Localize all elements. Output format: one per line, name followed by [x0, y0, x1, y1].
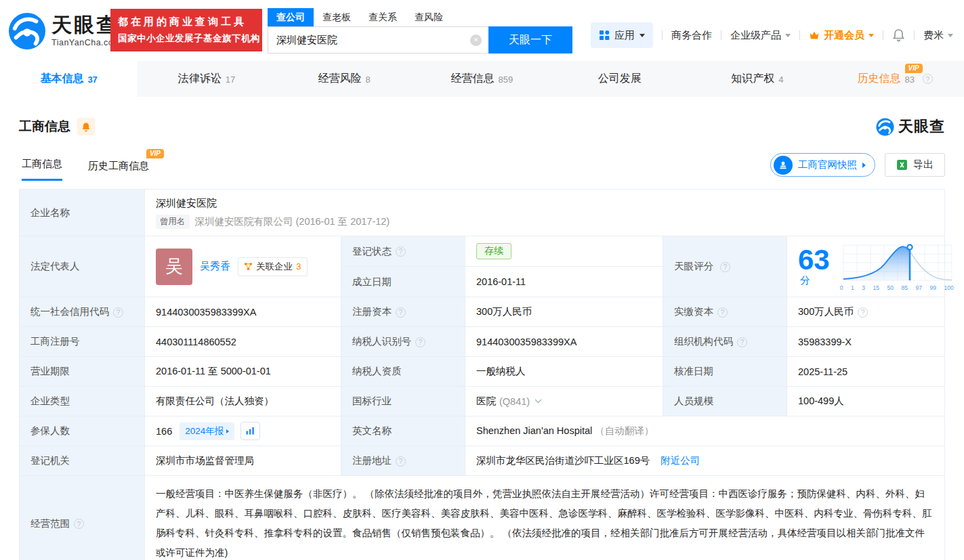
tab-count: 17 — [226, 74, 235, 85]
help-icon[interactable] — [396, 456, 406, 467]
chevron-down-icon[interactable] — [535, 399, 542, 404]
staff-size-value: 100-499人 — [787, 387, 945, 416]
tianyancha-logo-icon — [8, 12, 46, 50]
brand-logo[interactable]: 天眼查 TianYanCha.com — [8, 12, 121, 50]
registry-value: 深圳市市场监督管理局 — [145, 446, 341, 476]
tianyan-score: 63分 — [798, 242, 939, 291]
legal-rep-avatar[interactable]: 吴 — [156, 249, 192, 285]
legal-rep-link[interactable]: 吴秀香 — [200, 260, 230, 273]
field-label: 登记机关 — [20, 446, 145, 476]
search-button[interactable]: 天眼一下 — [488, 26, 572, 53]
table-row: 营业期限 2016-01-11 至 5000-01-01 纳税人资质 一般纳税人… — [20, 357, 945, 387]
business-cooperation-link[interactable]: 商务合作 — [671, 29, 712, 42]
divider — [799, 30, 800, 40]
insured-trend-button[interactable] — [240, 422, 260, 440]
field-label: 纳税人识别号 — [341, 327, 465, 357]
taxpayer-quality-value: 一般纳税人 — [465, 357, 663, 387]
company-type-value: 有限责任公司（法人独资） — [145, 387, 341, 416]
export-button[interactable]: 导出 — [885, 153, 945, 177]
table-row-legal-rep: 法定代表人 吴 吴秀香 关联企业 3 — [20, 236, 945, 297]
help-icon[interactable] — [396, 246, 406, 257]
field-label: 登记状态 — [341, 236, 465, 266]
chevron-down-icon — [785, 34, 791, 37]
main-content: 工商信息 天眼查 工商信息 VIP 历史工商信息 — [0, 116, 964, 560]
monitor-bell-button[interactable] — [77, 118, 95, 135]
company-name: 深圳健安医院 — [156, 197, 934, 210]
search-tab-company[interactable]: 查公司 — [268, 8, 314, 26]
excel-icon — [896, 159, 908, 171]
table-row: 工商注册号 440301114860552 纳税人识别号 91440300359… — [20, 327, 945, 357]
search-input[interactable] — [268, 27, 488, 53]
taxpayer-id-value: 9144030035983399XA — [465, 327, 663, 357]
search-tab-boss[interactable]: 查老板 — [314, 8, 360, 26]
tab-basic-info[interactable]: 基本信息 37 — [0, 61, 138, 97]
field-label: 实缴资本 — [663, 297, 787, 327]
open-vip-menu[interactable]: 开通会员 — [809, 29, 874, 42]
crown-icon — [809, 30, 820, 40]
score-unit: 分 — [800, 274, 810, 286]
reg-capital-value: 300万人民币 — [465, 297, 663, 327]
tab-count: 4 — [778, 74, 783, 85]
top-menu: 应用 商务合作 企业级产品 开通会员 费米 — [591, 22, 953, 48]
org-code-value: 35983399-X — [787, 327, 945, 357]
search-tabs: 查公司 查老板 查关系 查风险 — [268, 8, 572, 26]
page-title: 工商信息 — [19, 118, 70, 135]
table-row-company-name: 企业名称 深圳健安医院 曾用名 深圳健安医院有限公司 (2016-01 至 20… — [20, 190, 945, 236]
official-snapshot-button[interactable]: 工商官网快照 — [770, 153, 875, 177]
enterprise-products-menu[interactable]: 企业级产品 — [730, 29, 791, 42]
section-nav: 基本信息 37 法律诉讼 17 经营风险 8 经营信息 859 公司发展 知识产… — [0, 61, 964, 97]
help-icon[interactable] — [720, 262, 730, 272]
notifications-button[interactable] — [892, 28, 905, 42]
help-icon[interactable] — [74, 519, 84, 529]
search-tab-relation[interactable]: 查关系 — [360, 8, 406, 26]
divider — [883, 30, 883, 40]
user-account-menu[interactable]: 费米 — [923, 29, 953, 42]
field-label: 国标行业 — [341, 387, 465, 416]
org-chart-icon — [244, 262, 253, 271]
annual-report-badge[interactable]: 2024年报 — [180, 423, 234, 440]
vip-badge: VIP — [905, 64, 923, 73]
help-icon[interactable] — [113, 307, 123, 318]
field-label: 注册地址 — [341, 446, 465, 476]
stamp-icon — [774, 156, 793, 175]
related-companies-badge[interactable]: 关联企业 3 — [238, 257, 308, 276]
field-label: 天眼评分 — [663, 236, 787, 297]
slogan-line-2: 国家中小企业发展子基金旗下机构 — [118, 33, 255, 45]
subtab-business-info[interactable]: 工商信息 — [22, 158, 62, 181]
nearby-companies-link[interactable]: 附近公司 — [661, 455, 700, 466]
field-label: 英文名称 — [341, 416, 465, 446]
tianyancha-logo-icon — [876, 118, 894, 136]
tab-business-info[interactable]: 经营信息 859 — [413, 61, 551, 97]
score-distribution-chart: 01 315 5085 9799 100 — [839, 242, 955, 291]
help-icon[interactable] — [396, 307, 406, 318]
clear-search-icon[interactable] — [470, 35, 482, 46]
tab-operating-risk[interactable]: 经营风险 8 — [276, 61, 413, 97]
search-input-wrap — [268, 26, 488, 53]
tab-legal-proceedings[interactable]: 法律诉讼 17 — [138, 61, 275, 97]
tab-company-development[interactable]: 公司发展 — [551, 61, 688, 97]
help-icon[interactable] — [415, 337, 425, 347]
field-label: 法定代表人 — [20, 236, 145, 297]
business-term-value: 2016-01-11 至 5000-01-01 — [145, 357, 341, 387]
industry-code: (Q841) — [499, 396, 530, 407]
slogan-line-1: 都在用的商业查询工具 — [118, 16, 255, 28]
apps-menu[interactable]: 应用 — [591, 22, 653, 48]
chevron-down-icon — [948, 34, 953, 37]
table-row: 统一社会信用代码 9144030035983399XA 注册资本 300万人民币… — [20, 297, 945, 327]
table-row: 参保人数 166 2024年报 — [20, 416, 945, 446]
chevron-down-icon — [868, 34, 874, 37]
tab-intellectual-property[interactable]: 知识产权 4 — [688, 61, 826, 97]
subtab-history-business-info[interactable]: VIP 历史工商信息 — [88, 160, 149, 181]
field-label: 企业类型 — [20, 387, 145, 416]
help-icon[interactable] — [858, 307, 868, 318]
tab-history-info[interactable]: VIP 历史信息 83 — [826, 61, 964, 97]
paid-capital-value: 300万人民币 — [798, 306, 854, 317]
field-label: 统一社会信用代码 — [20, 297, 145, 327]
field-label: 核准日期 — [663, 357, 787, 387]
divider — [914, 30, 915, 40]
arrow-right-icon — [226, 429, 229, 433]
help-icon[interactable] — [737, 337, 747, 347]
help-icon[interactable] — [717, 307, 728, 318]
search-tab-risk[interactable]: 查风险 — [406, 8, 452, 26]
help-icon[interactable] — [923, 74, 933, 84]
